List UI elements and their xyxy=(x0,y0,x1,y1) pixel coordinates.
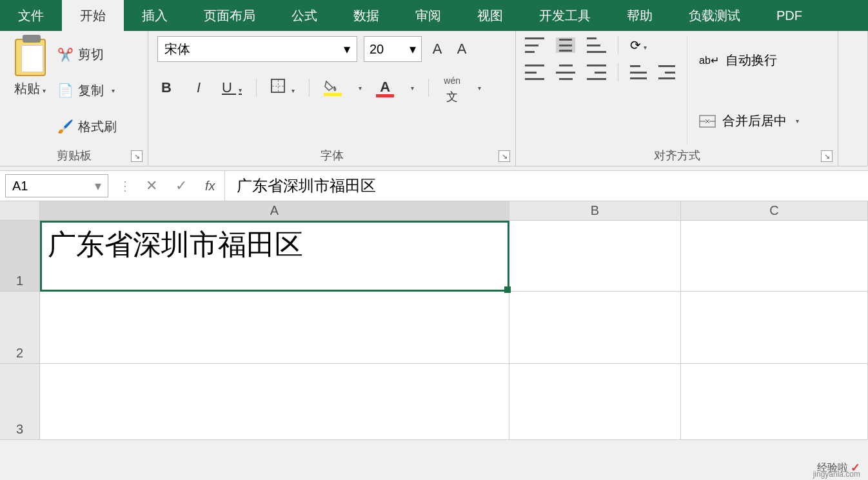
separator: ⋮ xyxy=(113,178,137,194)
fill-color-button[interactable] xyxy=(324,80,342,96)
cut-label: 剪切 xyxy=(78,46,104,63)
tab-load-test[interactable]: 负载测试 xyxy=(671,0,758,31)
align-left-button[interactable] xyxy=(525,65,544,80)
cell-c2[interactable] xyxy=(681,292,868,363)
decrease-indent-button[interactable] xyxy=(630,65,647,79)
paste-button[interactable]: 粘贴▾ xyxy=(9,36,51,145)
select-all-corner[interactable] xyxy=(0,201,40,220)
tab-data[interactable]: 数据 xyxy=(335,0,397,31)
tab-developer[interactable]: 开发工具 xyxy=(521,0,609,31)
underline-button[interactable]: U ▾ xyxy=(222,79,242,96)
merge-center-label: 合并后居中 xyxy=(722,112,787,130)
ribbon: 粘贴▾ ✂️ 剪切 📄 复制 ▾ 🖌️ 格式刷 剪贴板 ↘ xyxy=(0,31,868,166)
cell-c1[interactable] xyxy=(681,221,868,291)
orientation-button[interactable]: ⟳▾ xyxy=(630,37,647,53)
row-header-3[interactable]: 3 xyxy=(0,364,40,439)
chevron-down-icon: ▾ xyxy=(409,41,416,57)
font-name-select[interactable]: 宋体 ▾ xyxy=(157,36,357,62)
align-center-button[interactable] xyxy=(556,65,575,80)
ribbon-tabs: 文件 开始 插入 页面布局 公式 数据 审阅 视图 开发工具 帮助 负载测试 P… xyxy=(0,0,868,31)
tab-file[interactable]: 文件 xyxy=(0,0,62,31)
font-name-value: 宋体 xyxy=(164,41,190,58)
cell-b2[interactable] xyxy=(509,292,681,363)
cell-a1[interactable]: 广东省深圳市福田区 xyxy=(40,221,509,291)
watermark-url: jingyanla.com xyxy=(813,470,860,479)
phonetic-label: wén xyxy=(444,75,460,86)
chevron-down-icon: ▾ xyxy=(291,87,295,94)
copy-icon: 📄 xyxy=(57,83,73,98)
tab-view[interactable]: 视图 xyxy=(459,0,521,31)
formula-input[interactable]: 广东省深圳市福田区 xyxy=(224,171,868,201)
align-right-button[interactable] xyxy=(587,65,606,80)
group-title-alignment: 对齐方式 ↘ xyxy=(525,145,829,163)
border-icon xyxy=(271,79,285,93)
group-font: 宋体 ▾ 20 ▾ A A B I U ▾ ▾ xyxy=(148,31,516,166)
bold-button[interactable]: B xyxy=(157,79,175,96)
dialog-launcher-icon[interactable]: ↘ xyxy=(498,150,510,162)
merge-icon xyxy=(699,115,716,128)
cell-c3[interactable] xyxy=(681,364,868,439)
tab-help[interactable]: 帮助 xyxy=(609,0,671,31)
cancel-formula-button[interactable]: ✕ xyxy=(137,177,166,194)
group-partial xyxy=(838,31,868,166)
column-header-a[interactable]: A xyxy=(40,201,509,220)
font-size-value: 20 xyxy=(370,42,384,57)
name-box[interactable]: A1 ▾ xyxy=(5,174,108,197)
italic-button[interactable]: I xyxy=(190,79,208,96)
group-title-clipboard: 剪贴板 ↘ xyxy=(9,145,139,163)
tab-pdf[interactable]: PDF xyxy=(758,0,820,31)
chevron-down-icon[interactable]: ▾ xyxy=(478,85,481,92)
tab-insert[interactable]: 插入 xyxy=(124,0,186,31)
bucket-icon xyxy=(324,80,338,92)
increase-font-button[interactable]: A xyxy=(428,41,446,57)
border-button[interactable]: ▾ xyxy=(271,79,295,97)
cell-a3[interactable] xyxy=(40,364,509,439)
font-color-button[interactable]: A xyxy=(376,79,394,97)
merge-center-button[interactable]: 合并后居中 ▾ xyxy=(699,112,799,130)
cell-a2[interactable] xyxy=(40,292,509,363)
chevron-down-icon[interactable]: ▾ xyxy=(359,85,362,92)
chevron-down-icon[interactable]: ▾ xyxy=(112,87,115,94)
row-1: 1 广东省深圳市福田区 xyxy=(0,221,868,292)
chevron-down-icon[interactable]: ▾ xyxy=(43,87,46,94)
align-top-button[interactable] xyxy=(525,37,544,53)
cut-button[interactable]: ✂️ 剪切 xyxy=(57,46,117,63)
spreadsheet-grid: A B C 1 广东省深圳市福田区 2 3 xyxy=(0,201,868,440)
row-header-1[interactable]: 1 xyxy=(0,221,40,291)
increase-indent-button[interactable] xyxy=(658,65,675,79)
paste-label: 粘贴 xyxy=(14,81,40,95)
dialog-launcher-icon[interactable]: ↘ xyxy=(131,150,143,162)
format-painter-button[interactable]: 🖌️ 格式刷 xyxy=(57,118,117,135)
brush-icon: 🖌️ xyxy=(57,119,73,134)
tab-review[interactable]: 审阅 xyxy=(397,0,459,31)
row-header-2[interactable]: 2 xyxy=(0,292,40,363)
scissors-icon: ✂️ xyxy=(57,47,73,63)
align-middle-button[interactable] xyxy=(556,37,575,53)
cell-b3[interactable] xyxy=(509,364,681,439)
font-size-select[interactable]: 20 ▾ xyxy=(364,36,422,62)
chevron-down-icon[interactable]: ▾ xyxy=(411,85,414,92)
cell-b1[interactable] xyxy=(509,221,681,291)
tab-formulas[interactable]: 公式 xyxy=(273,0,335,31)
paste-icon xyxy=(15,39,46,76)
column-header-b[interactable]: B xyxy=(509,201,681,220)
decrease-font-button[interactable]: A xyxy=(453,41,471,57)
format-painter-label: 格式刷 xyxy=(78,118,117,135)
column-header-c[interactable]: C xyxy=(681,201,868,220)
chevron-down-icon[interactable]: ▾ xyxy=(796,117,799,125)
phonetic-button[interactable]: wén 文 xyxy=(443,71,461,105)
wrap-text-button[interactable]: ab↵ 自动换行 xyxy=(699,52,799,69)
wrap-text-icon: ab↵ xyxy=(699,54,719,66)
wrap-text-label: 自动换行 xyxy=(725,52,777,69)
insert-function-button[interactable]: fx xyxy=(196,179,224,194)
dialog-launcher-icon[interactable]: ↘ xyxy=(821,150,833,162)
copy-button[interactable]: 📄 复制 ▾ xyxy=(57,82,117,99)
enter-formula-button[interactable]: ✓ xyxy=(166,177,196,194)
name-box-value: A1 xyxy=(12,179,28,194)
align-bottom-button[interactable] xyxy=(587,37,606,53)
tab-page-layout[interactable]: 页面布局 xyxy=(186,0,273,31)
group-title-font: 字体 ↘ xyxy=(157,145,506,163)
tab-home[interactable]: 开始 xyxy=(62,0,124,31)
group-clipboard: 粘贴▾ ✂️ 剪切 📄 复制 ▾ 🖌️ 格式刷 剪贴板 ↘ xyxy=(0,31,148,166)
formula-bar: A1 ▾ ⋮ ✕ ✓ fx 广东省深圳市福田区 xyxy=(0,170,868,201)
